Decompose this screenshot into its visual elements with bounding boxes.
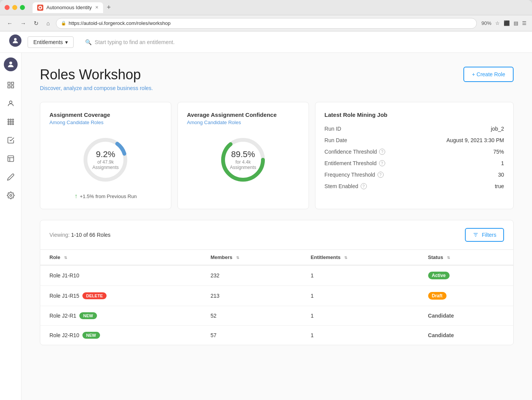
assignment-coverage-title: Assignment Coverage [49,111,162,118]
col-entitlements[interactable]: Entitlements ⇅ [302,250,419,265]
forward-btn[interactable]: → [19,18,28,28]
svg-rect-6 [11,86,13,88]
run-date-row: Run Date August 9, 2021 3:30 PM [325,137,504,143]
sidebar-item-settings[interactable] [3,188,18,203]
new-tab-btn[interactable]: + [105,3,113,11]
menu-icon[interactable]: ☰ [522,20,527,26]
run-id-label: Run ID [325,126,342,132]
filters-icon [473,232,479,238]
col-role[interactable]: Role ⇅ [40,250,201,265]
stem-enabled-label: Stem Enabled ? [325,183,367,189]
table-row[interactable]: Role J1-R10 2321Active [40,265,513,286]
entitlements-cell: 1 [302,265,419,286]
tab-close-btn[interactable]: ✕ [95,5,99,10]
entitlement-search-bar[interactable]: 🔍 Start typing to find an entitlement. [80,37,523,48]
sidebar [0,53,21,400]
entitlements-sort-icon[interactable]: ⇅ [344,256,347,260]
frequency-threshold-help-icon[interactable]: ? [378,172,384,178]
confidence-value: 89.5% [230,149,256,159]
address-bar[interactable]: 🔒 https://autoid-ui.forgerock.com/roles/… [56,18,477,29]
minimize-traffic-light[interactable] [12,5,17,10]
entitlements-dropdown[interactable]: Entitlements ▾ [28,36,74,48]
svg-point-7 [9,101,12,103]
status-sort-icon[interactable]: ⇅ [447,256,450,260]
sidebar-avatar[interactable] [4,57,18,71]
role-name: Role J1-R10 [49,272,79,279]
page-title: Roles Workshop [40,67,153,83]
reload-btn[interactable]: ↻ [32,18,40,28]
confidence-sub-label: for 4.4k Assignments [230,159,256,170]
browser-tab-active[interactable]: Autonomous Identity ✕ [33,2,103,13]
table-row[interactable]: Role J2-R1 NEW 521Candidate [40,306,513,326]
sidebar-item-roles[interactable] [3,151,18,166]
table-row[interactable]: Role J1-R15 DELETE 2131Draft [40,286,513,306]
role-sort-icon[interactable]: ⇅ [64,256,67,260]
svg-rect-5 [8,86,10,88]
mining-job-title: Latest Role Mining Job [325,111,504,118]
svg-point-18 [10,195,11,197]
role-name: Role J2-R1 [49,313,76,319]
coverage-sub-label: of 47.9k Assignments [92,159,119,170]
confidence-title: Average Assignment Confidence [187,111,299,118]
search-placeholder: Start typing to find an entitlement. [95,39,175,45]
roles-table-section: Viewing: 1-10 of 66 Roles Filters [40,220,514,345]
role-badge: NEW [82,332,100,339]
run-id-value: job_2 [491,126,504,132]
viewing-label: Viewing: [49,232,70,238]
status-cell: Candidate [419,326,513,345]
url-text: https://autoid-ui.forgerock.com/roles/wo… [69,20,171,26]
filters-button[interactable]: Filters [465,228,504,242]
status-cell: Active [419,265,513,286]
table-row[interactable]: Role J2-R10 NEW 571Candidate [40,326,513,345]
create-role-button[interactable]: + Create Role [463,67,514,82]
svg-point-15 [10,123,11,125]
stem-enabled-row: Stem Enabled ? true [325,183,504,189]
browser-titlebar: Autonomous Identity ✕ + [0,0,532,15]
svg-point-16 [12,123,13,125]
svg-point-13 [12,121,13,122]
sidebar-item-review[interactable] [3,169,18,185]
confidence-threshold-label: Confidence Threshold ? [325,149,386,155]
close-traffic-light[interactable] [5,5,10,10]
role-name: Role J1-R15 [49,293,79,299]
svg-point-12 [10,121,11,122]
entitlements-cell: 1 [302,306,419,326]
sidebar-item-dashboard[interactable] [3,77,18,93]
bookmark-icon[interactable]: ☆ [495,20,500,26]
svg-point-9 [10,119,11,120]
back-btn[interactable]: ← [5,18,14,28]
pocket-icon[interactable]: ⬛ [504,20,510,26]
col-status[interactable]: Status ⇅ [419,250,513,265]
table-header: Role ⇅ Members ⇅ Entitlements ⇅ [40,250,513,265]
status-text: Candidate [428,332,454,338]
coverage-footer: ↑ +1.5% from Previous Run [49,193,162,200]
confidence-threshold-help-icon[interactable]: ? [379,149,385,155]
filters-label: Filters [482,232,496,238]
role-cell: Role J2-R1 NEW [40,306,201,326]
browser-toolbar: ← → ↻ ⌂ 🔒 https://autoid-ui.forgerock.co… [0,15,532,31]
confidence-threshold-row: Confidence Threshold ? 75% [325,149,504,155]
home-btn[interactable]: ⌂ [45,18,51,28]
confidence-threshold-value: 75% [493,149,504,155]
entitlement-threshold-help-icon[interactable]: ? [379,160,385,166]
col-members[interactable]: Members ⇅ [201,250,301,265]
run-id-row: Run ID job_2 [325,126,504,132]
collections-icon[interactable]: ▤ [514,20,518,26]
role-cell: Role J1-R10 [40,265,201,286]
stem-enabled-help-icon[interactable]: ? [361,183,367,189]
stem-enabled-value: true [495,183,504,189]
avg-confidence-card: Average Assignment Confidence Among Cand… [177,102,309,209]
entitlement-threshold-row: Entitlement Threshold ? 1 [325,160,504,166]
tab-favicon [37,5,43,11]
sidebar-item-apps[interactable] [3,114,18,130]
roles-table: Role ⇅ Members ⇅ Entitlements ⇅ [40,250,513,345]
sidebar-item-users[interactable] [3,96,18,111]
assignment-coverage-donut: 9.2% of 47.9k Assignments [49,133,162,187]
maximize-traffic-light[interactable] [20,5,25,10]
members-sort-icon[interactable]: ⇅ [236,256,239,260]
user-avatar[interactable] [9,34,21,47]
status-badge: Draft [428,292,447,300]
role-cell: Role J2-R10 NEW [40,326,201,345]
sidebar-item-tasks[interactable] [3,133,18,148]
stats-row: Assignment Coverage Among Candidate Role… [40,102,514,209]
